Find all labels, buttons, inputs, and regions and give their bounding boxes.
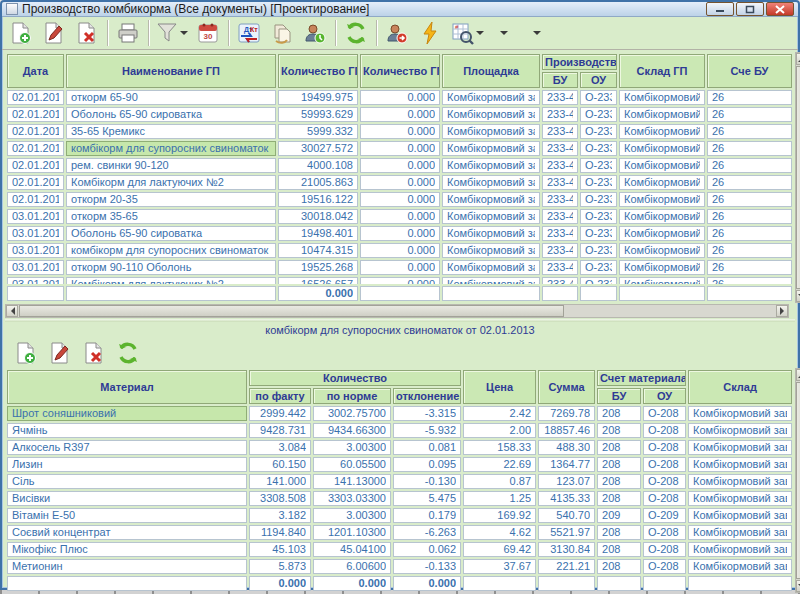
cell-dev[interactable]: 0.179 <box>393 508 461 523</box>
cell-ou[interactable]: О-208 <box>643 440 686 455</box>
table-row[interactable]: 03.01.2013 откорм 90-110 Оболонь 19525.2… <box>7 260 792 275</box>
cell-sum[interactable]: 3130.84 <box>538 542 595 557</box>
cell-ou[interactable]: О-233-4 <box>580 124 617 139</box>
cell-qty-scale[interactable]: 0.000 <box>360 243 440 258</box>
cell-qty-scale[interactable]: 0.000 <box>360 124 440 139</box>
cell-ou[interactable]: О-233-4 <box>580 107 617 122</box>
cell-fact[interactable]: 5.873 <box>249 559 311 574</box>
cell-date[interactable]: 02.01.2013 <box>7 158 64 173</box>
cell-price[interactable]: 158.33 <box>463 440 536 455</box>
cell-name[interactable]: откорм 90-110 Оболонь <box>66 260 276 275</box>
cell-sklad[interactable]: Комбікормовий завод <box>619 90 705 105</box>
cell-qty-scale[interactable]: 0.000 <box>360 226 440 241</box>
cell-name[interactable]: откорм 35-65 <box>66 209 276 224</box>
cell-qty-scale[interactable]: 0.000 <box>360 158 440 173</box>
cell-bu[interactable]: 233-4 <box>542 243 578 258</box>
cell-ou[interactable]: О-208 <box>643 457 686 472</box>
scroll-up-button[interactable] <box>796 53 800 65</box>
cell-area[interactable]: Комбікормовий завод <box>442 90 540 105</box>
cell-ou[interactable]: О-208 <box>643 559 686 574</box>
cell-sklad[interactable]: Комбікормовий завод <box>619 260 705 275</box>
cell-dev[interactable]: -5.932 <box>393 423 461 438</box>
cell-name[interactable]: Оболонь 65-90 сироватка <box>66 107 276 122</box>
cell-schet[interactable]: 26 <box>707 209 792 224</box>
cell-date[interactable]: 03.01.2013 <box>7 209 64 224</box>
cell-name[interactable]: комбікорм для супоросних свиноматок <box>66 243 276 258</box>
cell-bu[interactable]: 233-4 <box>542 277 578 284</box>
cell-qty[interactable]: 19516.122 <box>278 192 358 207</box>
cell-name[interactable]: рем. свинки 90-120 <box>66 158 276 173</box>
cell-qty[interactable]: 30018.042 <box>278 209 358 224</box>
print-button[interactable] <box>112 18 144 48</box>
cell-name[interactable]: Оболонь 65-90 сироватка <box>66 226 276 241</box>
cell-norm[interactable]: 3.00300 <box>313 440 391 455</box>
edit-document-button[interactable] <box>38 18 70 48</box>
new-document-button[interactable] <box>5 18 37 48</box>
cell-bu[interactable]: 233-4 <box>542 90 578 105</box>
cell-schet[interactable]: 26 <box>707 277 792 284</box>
cell-price[interactable]: 1.25 <box>463 491 536 506</box>
cell-qty[interactable]: 10474.315 <box>278 243 358 258</box>
cell-area[interactable]: Комбікормовий завод <box>442 158 540 173</box>
cell-price[interactable]: 2.42 <box>463 406 536 421</box>
cell-date[interactable]: 02.01.2013 <box>7 175 64 190</box>
cell-sklad[interactable]: Комбікормовий завод <box>619 158 705 173</box>
cell-qty-scale[interactable]: 0.000 <box>360 175 440 190</box>
cell-sklad[interactable]: Комбікормовий завод ... <box>688 406 792 421</box>
close-button[interactable] <box>766 2 794 16</box>
cell-sklad[interactable]: Комбікормовий завод ... <box>688 457 792 472</box>
cell-sklad[interactable]: Комбікормовий завод ... <box>688 542 792 557</box>
cell-bu[interactable]: 233-4 <box>542 107 578 122</box>
table-row[interactable]: Ячмінь 9428.731 9434.66300 -5.932 2.00 1… <box>7 423 792 438</box>
cell-bu[interactable]: 208 <box>597 525 641 540</box>
cell-name[interactable]: 35-65 Кремикс <box>66 124 276 139</box>
table-row[interactable]: Шрот соняшниковий 2999.442 3002.75700 -3… <box>7 406 792 421</box>
cell-sklad[interactable]: Комбікормовий завод <box>619 243 705 258</box>
cell-price[interactable]: 0.87 <box>463 474 536 489</box>
cell-schet[interactable]: 26 <box>707 90 792 105</box>
cell-sum[interactable]: 1364.77 <box>538 457 595 472</box>
cell-sum[interactable]: 488.30 <box>538 440 595 455</box>
cell-sum[interactable]: 4135.33 <box>538 491 595 506</box>
cell-bu[interactable]: 233-4 <box>542 141 578 156</box>
cell-ou[interactable]: О-233-4 <box>580 90 617 105</box>
cell-sklad[interactable]: Комбікормовий завод ... <box>688 491 792 506</box>
cell-fact[interactable]: 2999.442 <box>249 406 311 421</box>
refresh-rows-button[interactable] <box>112 338 144 368</box>
delete-row-button[interactable] <box>78 338 110 368</box>
cell-name[interactable]: комбікорм для супоросних свиноматок <box>66 141 276 156</box>
dt-kt-button[interactable]: Дт Кт <box>233 18 265 48</box>
cell-schet[interactable]: 26 <box>707 141 792 156</box>
table-row[interactable]: Соєвий концентрат 1194.840 1201.10300 -6… <box>7 525 792 540</box>
cell-date[interactable]: 03.01.2013 <box>7 243 64 258</box>
cell-qty[interactable]: 19498.401 <box>278 226 358 241</box>
cell-ou[interactable]: О-233-4 <box>580 226 617 241</box>
cell-material[interactable]: Ячмінь <box>7 423 247 438</box>
cell-area[interactable]: Комбікормовий завод <box>442 192 540 207</box>
cell-dev[interactable]: -3.315 <box>393 406 461 421</box>
cell-price[interactable]: 2.00 <box>463 423 536 438</box>
cell-bu[interactable]: 208 <box>597 559 641 574</box>
cell-sklad[interactable]: Комбікормовий завод ... <box>688 525 792 540</box>
cell-dev[interactable]: 5.475 <box>393 491 461 506</box>
table-row[interactable]: 03.01.2013 откорм 35-65 30018.042 0.000 … <box>7 209 792 224</box>
table-row[interactable]: 02.01.2013 35-65 Кремикс 5999.332 0.000 … <box>7 124 792 139</box>
extra-menu-1-button[interactable] <box>488 18 520 48</box>
cell-schet[interactable]: 26 <box>707 192 792 207</box>
cell-ou[interactable]: О-233-4 <box>580 243 617 258</box>
period-button[interactable]: 30 <box>192 18 224 48</box>
cell-area[interactable]: Комбікормовий завод <box>442 260 540 275</box>
new-row-button[interactable] <box>10 338 42 368</box>
cell-material[interactable]: Шрот соняшниковий <box>7 406 247 421</box>
cell-ou[interactable]: О-233-4 <box>580 175 617 190</box>
cell-ou[interactable]: О-208 <box>643 525 686 540</box>
cell-sklad[interactable]: Комбікормовий завод <box>619 226 705 241</box>
cell-ou[interactable]: О-209 <box>643 508 686 523</box>
user-task-button[interactable] <box>299 18 331 48</box>
cell-sum[interactable]: 7269.78 <box>538 406 595 421</box>
cell-qty[interactable]: 30027.572 <box>278 141 358 156</box>
cell-area[interactable]: Комбікормовий завод <box>442 243 540 258</box>
table-row[interactable]: Мікофікс Плюс 45.103 45.04100 0.062 69.4… <box>7 542 792 557</box>
cell-date[interactable]: 03.01.2013 <box>7 277 64 284</box>
delete-document-button[interactable] <box>71 18 103 48</box>
